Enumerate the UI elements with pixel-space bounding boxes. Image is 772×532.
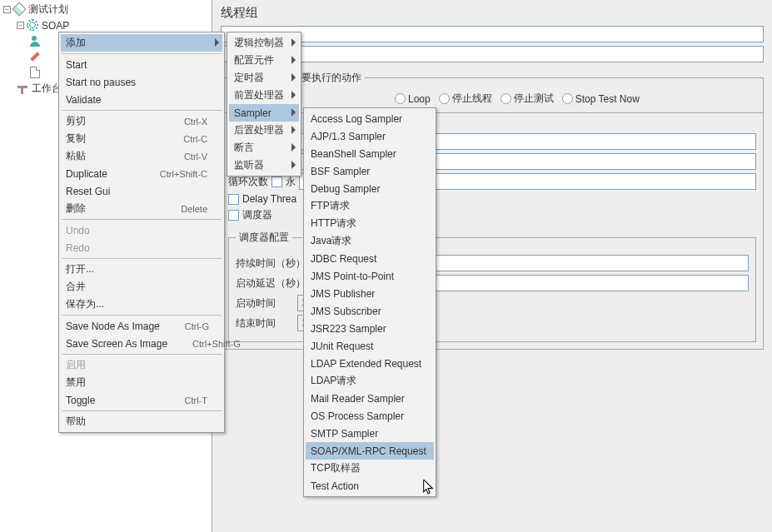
chevron-right-icon: [215, 38, 219, 47]
menu-item[interactable]: JMS Subscriber: [306, 302, 434, 320]
menu-item[interactable]: JDBC Request: [306, 250, 434, 267]
menu-item[interactable]: Access Log Sampler: [306, 110, 434, 127]
menu-item[interactable]: JMS Point-to-Point: [306, 267, 434, 285]
menu-label: 禁用: [66, 375, 207, 390]
menu-item[interactable]: 复制Ctrl-C: [61, 130, 222, 147]
menu-item[interactable]: 合并: [61, 278, 222, 296]
menu-label: JMS Point-to-Point: [311, 271, 419, 282]
sampler-submenu: Access Log SamplerAJP/1.3 SamplerBeanShe…: [303, 107, 436, 497]
menu-item[interactable]: 定时器: [229, 69, 299, 87]
menu-item[interactable]: 禁用: [61, 374, 222, 391]
loop-label: 循环次数: [228, 175, 268, 189]
menu-item[interactable]: 剪切Ctrl-X: [61, 112, 222, 130]
menu-item[interactable]: ToggleCtrl-T: [61, 391, 222, 409]
menu-item[interactable]: 粘贴Ctrl-V: [61, 147, 222, 165]
tree-label-root: 测试计划: [28, 2, 68, 17]
menu-item[interactable]: Mail Reader Sampler: [306, 390, 434, 407]
menu-item[interactable]: LDAP Extended Request: [306, 355, 434, 372]
menu-label: Start: [66, 59, 207, 71]
chevron-right-icon: [291, 38, 296, 47]
bench-icon: [17, 82, 30, 96]
menu-label: 定时器: [234, 71, 284, 85]
menu-accel: Ctrl-T: [177, 395, 208, 405]
add-submenu: 逻辑控制器配置元件定时器前置处理器Sampler后置处理器断言监听器: [227, 32, 301, 177]
menu-item[interactable]: FTP请求: [306, 197, 434, 215]
menu-label: Access Log Sampler: [311, 113, 419, 125]
menu-item[interactable]: Test Action: [306, 477, 434, 495]
menu-label: 合并: [66, 280, 207, 294]
thread-props-fieldset: 循环次数 永 Delay Threa 调度器 调度器配置 持续时间（秒） 启动延…: [221, 113, 764, 350]
menu-item[interactable]: OS Process Sampler: [306, 407, 434, 425]
menu-item[interactable]: TCP取样器: [306, 460, 434, 477]
menu-label: FTP请求: [311, 199, 419, 213]
menu-item[interactable]: 删除Delete: [61, 200, 222, 217]
menu-item[interactable]: Start: [61, 56, 222, 73]
menu-item: 启用: [61, 356, 222, 374]
radio-stop-test[interactable]: 停止测试: [501, 92, 554, 106]
menu-item: Redo: [61, 239, 222, 256]
name-input[interactable]: [221, 26, 764, 42]
tree-row-root[interactable]: − 测试计划: [0, 2, 212, 17]
menu-label: 逻辑控制器: [234, 36, 301, 50]
menu-item[interactable]: 帮助: [61, 413, 222, 430]
menu-item[interactable]: 后置处理器: [229, 122, 299, 139]
menu-label: Test Action: [311, 480, 419, 492]
end-time-label: 结束时间: [236, 316, 294, 331]
menu-label: OS Process Sampler: [311, 410, 421, 422]
menu-label: 粘贴: [66, 149, 176, 163]
menu-item[interactable]: Start no pauses: [61, 73, 222, 91]
menu-item[interactable]: JUnit Request: [306, 337, 434, 355]
menu-accel: Delete: [172, 204, 207, 214]
menu-item[interactable]: LDAP请求: [306, 372, 434, 390]
menu-item[interactable]: JMS Publisher: [306, 285, 434, 302]
menu-item: Undo: [61, 221, 222, 239]
doc-icon: [30, 67, 43, 80]
menu-item[interactable]: BeanShell Sampler: [306, 145, 434, 162]
menu-item[interactable]: SOAP/XML-RPC Request: [306, 442, 434, 460]
forever-checkbox[interactable]: [271, 177, 282, 187]
users-icon: [30, 35, 43, 48]
chevron-right-icon: [291, 161, 296, 169]
menu-item[interactable]: 配置元件: [229, 52, 299, 69]
comment-input[interactable]: [221, 46, 764, 62]
menu-label: 删除: [66, 201, 172, 216]
delay-checkbox[interactable]: [228, 194, 239, 205]
menu-label: 监听器: [234, 158, 284, 172]
menu-item[interactable]: Validate: [61, 91, 222, 108]
menu-label: 添加: [66, 36, 207, 50]
menu-label: Save Node As Image: [66, 321, 177, 332]
menu-item[interactable]: Java请求: [306, 232, 434, 250]
menu-label: 断言: [234, 141, 284, 155]
menu-label: BeanShell Sampler: [311, 148, 419, 160]
menu-item[interactable]: 打开...: [61, 261, 222, 278]
menu-item[interactable]: DuplicateCtrl+Shift-C: [61, 165, 222, 182]
menu-label: 前置处理器: [234, 88, 301, 102]
menu-item[interactable]: 添加: [61, 34, 222, 52]
menu-item[interactable]: Sampler: [229, 104, 299, 122]
menu-item[interactable]: Save Node As ImageCtrl-G: [61, 317, 222, 335]
menu-item[interactable]: Save Screen As ImageCtrl+Shift-G: [61, 335, 222, 352]
menu-item[interactable]: AJP/1.3 Sampler: [306, 127, 434, 145]
radio-stop-thread[interactable]: 停止线程: [439, 92, 492, 106]
collapse-icon[interactable]: −: [3, 6, 11, 13]
menu-item[interactable]: BSF Sampler: [306, 162, 434, 180]
menu-item[interactable]: HTTP请求: [306, 215, 434, 232]
menu-item[interactable]: 前置处理器: [229, 87, 299, 104]
radio-stop-now[interactable]: Stop Test Now: [562, 93, 640, 105]
menu-item[interactable]: 监听器: [229, 157, 299, 174]
scheduler-checkbox[interactable]: [228, 210, 239, 221]
menu-item[interactable]: SMTP Sampler: [306, 425, 434, 442]
menu-item[interactable]: 逻辑控制器: [229, 34, 299, 52]
menu-accel: Ctrl+Shift-C: [152, 169, 207, 179]
tree-label-soap: SOAP: [42, 20, 69, 32]
menu-label: JMS Subscriber: [311, 306, 419, 317]
menu-item[interactable]: JSR223 Sampler: [306, 320, 434, 337]
collapse-icon[interactable]: −: [17, 22, 24, 29]
radio-loop[interactable]: Loop: [395, 93, 431, 105]
menu-accel: Ctrl-G: [177, 321, 209, 331]
menu-item[interactable]: 断言: [229, 139, 299, 157]
menu-item[interactable]: Reset Gui: [61, 182, 222, 200]
menu-item[interactable]: Debug Sampler: [306, 180, 434, 197]
menu-item[interactable]: 保存为...: [61, 296, 222, 313]
menu-label: HTTP请求: [311, 216, 419, 231]
